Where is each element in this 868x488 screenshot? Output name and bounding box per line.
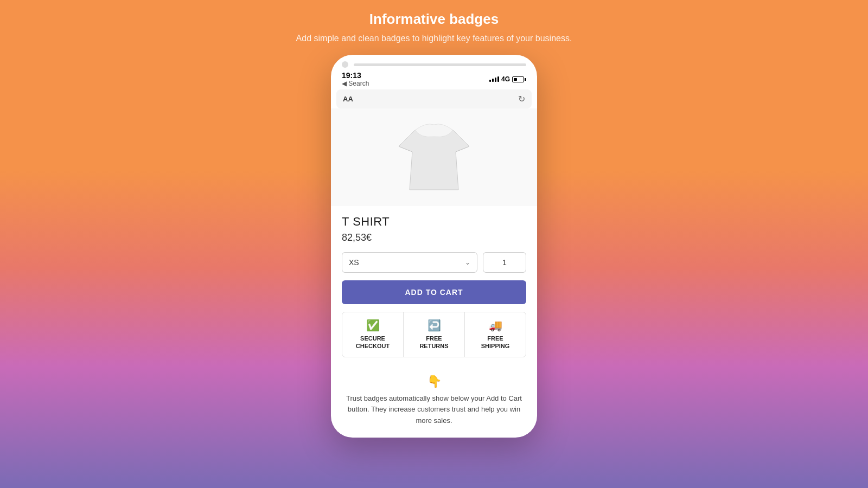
free-shipping-badge: 🚚 FREESHIPPING	[465, 312, 526, 357]
header-title: Informative badges	[296, 11, 572, 28]
phone-notch-bar	[354, 63, 526, 66]
status-left: 19:13 ◀ Search	[342, 71, 369, 87]
status-back: ◀ Search	[342, 80, 369, 87]
phone-notch	[331, 55, 537, 70]
bottom-section: 👇 Trust badges automatically show below …	[331, 366, 537, 438]
add-to-cart-button[interactable]: ADD TO CART	[342, 280, 526, 304]
chevron-down-icon: ⌄	[465, 259, 470, 266]
secure-checkout-badge: ✅ SECURECHECKOUT	[342, 312, 404, 357]
phone-content[interactable]: T SHIRT 82,53€ XS ⌄ ADD TO CART ✅ S	[331, 108, 537, 438]
status-right: 4G	[489, 75, 526, 83]
phone-camera	[342, 61, 348, 68]
product-info: T SHIRT 82,53€ XS ⌄ ADD TO CART ✅ S	[331, 206, 537, 366]
product-price: 82,53€	[342, 232, 526, 243]
right-area	[597, 0, 868, 488]
secure-checkout-label: SECURECHECKOUT	[356, 335, 390, 350]
free-returns-label: FREERETURNS	[419, 335, 448, 350]
product-name: T SHIRT	[342, 215, 526, 229]
header-subtitle: Add simple and clean badges to highlight…	[296, 32, 572, 45]
battery-fill	[514, 78, 517, 81]
pointing-emoji: 👇	[342, 375, 526, 389]
secure-checkout-icon: ✅	[366, 319, 380, 332]
quantity-input[interactable]	[483, 252, 526, 273]
free-shipping-icon: 🚚	[489, 319, 502, 332]
battery-body	[512, 76, 524, 82]
left-area	[0, 0, 271, 488]
status-bar: 19:13 ◀ Search 4G	[331, 70, 537, 89]
signal-bar-4	[497, 76, 499, 82]
network-label: 4G	[501, 75, 510, 83]
signal-bars	[489, 76, 499, 82]
trust-badges-container: ✅ SECURECHECKOUT ↩️ FREERETURNS 🚚 FREESH…	[342, 312, 526, 357]
bottom-text: Trust badges automatically show below yo…	[342, 393, 526, 427]
signal-bar-2	[492, 79, 494, 82]
browser-refresh-icon: ↻	[518, 94, 525, 104]
signal-bar-3	[495, 78, 496, 82]
size-select[interactable]: XS ⌄	[342, 252, 477, 273]
tshirt-image	[399, 119, 469, 195]
browser-aa-label: AA	[343, 95, 353, 103]
header-section: Informative badges Add simple and clean …	[285, 11, 583, 45]
battery-icon	[512, 76, 526, 82]
browser-bar: AA ↻	[336, 89, 532, 108]
product-image-area	[331, 108, 537, 206]
product-controls: XS ⌄	[342, 252, 526, 273]
free-returns-badge: ↩️ FREERETURNS	[404, 312, 465, 357]
phone-mockup: 19:13 ◀ Search 4G	[331, 55, 537, 438]
free-returns-icon: ↩️	[427, 319, 441, 332]
size-value: XS	[349, 258, 359, 267]
status-time: 19:13	[342, 71, 369, 80]
battery-tip	[525, 78, 526, 81]
free-shipping-label: FREESHIPPING	[481, 335, 510, 350]
background: Informative badges Add simple and clean …	[0, 0, 868, 488]
signal-bar-1	[489, 80, 491, 82]
